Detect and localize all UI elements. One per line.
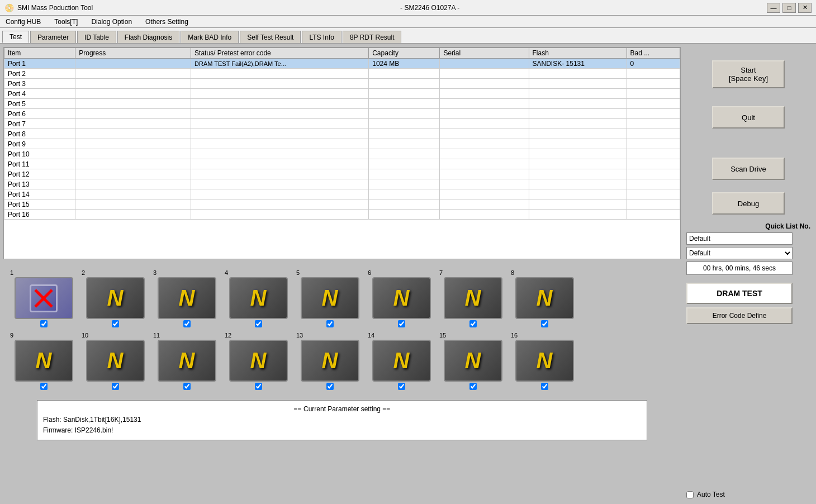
drive-checkbox[interactable] (255, 383, 262, 390)
drive-checkbox[interactable] (112, 383, 119, 390)
drive-checkbox[interactable] (541, 383, 548, 390)
drive-icon-box[interactable]: N (229, 277, 288, 319)
tab-test[interactable]: Test (2, 31, 29, 43)
drive-checkbox[interactable] (255, 320, 262, 327)
menu-tools[interactable]: Tools[T] (51, 17, 81, 27)
tab-flash-diagnosis[interactable]: Flash Diagnosis (117, 31, 179, 43)
drive-cell: 13 N (296, 332, 363, 390)
table-row[interactable]: Port 1 DRAM TEST Fail(A2),DRAM Te... 102… (4, 59, 680, 69)
drive-icon-box[interactable]: N (158, 277, 216, 319)
debug-button[interactable]: Debug (712, 192, 785, 215)
drive-icon-box[interactable]: N (301, 340, 359, 382)
tab-parameter[interactable]: Parameter (30, 31, 76, 43)
table-row[interactable]: Port 2 (4, 69, 680, 79)
drive-checkbox[interactable] (112, 320, 119, 327)
table-row[interactable]: Port 10 (4, 149, 680, 159)
cell-progress (75, 159, 191, 169)
cell-item: Port 3 (4, 79, 75, 89)
drive-checkbox[interactable] (469, 320, 477, 327)
status-line3: Firmware: ISP2246.bin! (43, 425, 641, 436)
drive-n-letter: N (322, 286, 338, 311)
table-row[interactable]: Port 11 (4, 159, 680, 169)
drive-checkbox[interactable] (326, 320, 334, 327)
maximize-button[interactable]: □ (782, 3, 796, 13)
cell-bad (627, 109, 680, 119)
quit-button[interactable]: Quit (712, 106, 785, 129)
table-row[interactable]: Port 7 (4, 119, 680, 129)
close-button[interactable]: ✕ (798, 3, 812, 13)
table-row[interactable]: Port 4 (4, 89, 680, 99)
drive-icon-box[interactable]: N (86, 277, 145, 319)
quick-list-select[interactable]: Default (686, 247, 793, 259)
table-row[interactable]: Port 6 (4, 109, 680, 119)
auto-test-checkbox[interactable] (686, 491, 694, 498)
tab-self-test-result[interactable]: Self Test Result (240, 31, 301, 43)
cell-item: Port 16 (4, 210, 75, 220)
dram-test-button[interactable]: DRAM TEST (686, 283, 793, 304)
menu-config-hub[interactable]: Config HUB (2, 17, 44, 27)
cell-status (191, 79, 369, 89)
error-code-define-button[interactable]: Error Code Define (686, 307, 793, 324)
drive-cell: 6 N (368, 269, 435, 327)
table-row[interactable]: Port 16 (4, 210, 680, 220)
drive-n-letter: N (537, 286, 553, 311)
drive-icon-box[interactable]: N (15, 340, 73, 382)
cell-status (191, 99, 369, 109)
tab-id-table[interactable]: ID Table (77, 31, 116, 43)
tab-8p-rdt-result[interactable]: 8P RDT Result (343, 31, 402, 43)
drive-checkbox[interactable] (326, 383, 334, 390)
cell-item: Port 2 (4, 69, 75, 79)
menu-others-setting[interactable]: Others Setting (142, 17, 192, 27)
drive-icon-box[interactable]: N (301, 277, 359, 319)
cell-item: Port 8 (4, 129, 75, 139)
start-button-label: Start[Space Key] (729, 66, 768, 83)
cell-progress (75, 189, 191, 199)
drive-icon-box[interactable]: N (86, 340, 145, 382)
cell-capacity (369, 129, 440, 139)
start-button[interactable]: Start[Space Key] (712, 60, 785, 88)
drive-checkbox[interactable] (40, 320, 48, 327)
drive-icon-box[interactable]: N (515, 340, 574, 382)
drive-number: 10 (82, 332, 88, 339)
drive-checkbox[interactable] (40, 383, 48, 390)
drive-cell: 3 N (153, 269, 220, 327)
tab-mark-bad-info[interactable]: Mark BAD Info (181, 31, 239, 43)
cell-item: Port 4 (4, 89, 75, 99)
cell-serial (440, 109, 529, 119)
drive-icon-box[interactable]: N (515, 277, 574, 319)
drive-icon-box[interactable] (15, 277, 73, 319)
drive-icon-box[interactable]: N (229, 340, 288, 382)
minimize-button[interactable]: — (767, 3, 780, 13)
cell-serial (440, 139, 529, 149)
cell-capacity (369, 169, 440, 179)
drive-icon-box[interactable]: N (158, 340, 216, 382)
drive-checkbox[interactable] (541, 320, 548, 327)
quick-list-input[interactable] (686, 232, 793, 245)
table-row[interactable]: Port 3 (4, 79, 680, 89)
drive-icon-box[interactable]: N (372, 340, 431, 382)
table-row[interactable]: Port 5 (4, 99, 680, 109)
cell-capacity (369, 210, 440, 220)
table-row[interactable]: Port 9 (4, 139, 680, 149)
table-row[interactable]: Port 13 (4, 179, 680, 189)
drive-checkbox[interactable] (398, 383, 405, 390)
cell-progress (75, 129, 191, 139)
drive-icon-box[interactable]: N (372, 277, 431, 319)
drive-icon-box[interactable]: N (444, 340, 502, 382)
drive-checkbox[interactable] (469, 383, 477, 390)
cell-progress (75, 169, 191, 179)
table-row[interactable]: Port 14 (4, 189, 680, 199)
drive-checkbox[interactable] (183, 320, 191, 327)
menu-dialog-option[interactable]: Dialog Option (88, 17, 135, 27)
drive-checkbox[interactable] (398, 320, 405, 327)
cell-progress (75, 89, 191, 99)
table-row[interactable]: Port 15 (4, 199, 680, 210)
tab-lts-info[interactable]: LTS Info (302, 31, 341, 43)
drive-icon-box[interactable]: N (444, 277, 502, 319)
scan-drive-button[interactable]: Scan Drive (712, 158, 785, 180)
table-row[interactable]: Port 12 (4, 169, 680, 179)
table-row[interactable]: Port 8 (4, 129, 680, 139)
cell-status (191, 69, 369, 79)
drive-checkbox[interactable] (183, 383, 191, 390)
window-controls: — □ ✕ (767, 3, 812, 13)
